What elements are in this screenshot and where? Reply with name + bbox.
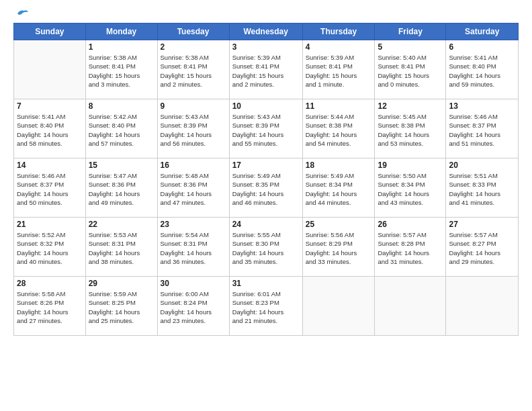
day-number: 29 (89, 279, 154, 288)
calendar-cell: 4Sunrise: 5:39 AM Sunset: 8:41 PM Daylig… (302, 40, 375, 99)
calendar-table: SundayMondayTuesdayWednesdayThursdayFrid… (13, 23, 519, 336)
calendar-cell: 22Sunrise: 5:53 AM Sunset: 8:31 PM Dayli… (85, 218, 157, 277)
day-info: Sunrise: 5:47 AM Sunset: 8:36 PM Dayligh… (89, 171, 154, 207)
header-row: SundayMondayTuesdayWednesdayThursdayFrid… (14, 24, 519, 40)
calendar-cell: 21Sunrise: 5:52 AM Sunset: 8:32 PM Dayli… (14, 218, 86, 277)
day-number: 21 (17, 220, 83, 229)
header-day-wednesday: Wednesday (229, 24, 302, 40)
calendar-cell: 3Sunrise: 5:39 AM Sunset: 8:41 PM Daylig… (229, 40, 302, 99)
day-number: 24 (232, 220, 300, 229)
day-info: Sunrise: 6:00 AM Sunset: 8:24 PM Dayligh… (161, 289, 226, 325)
week-row-4: 28Sunrise: 5:58 AM Sunset: 8:26 PM Dayli… (14, 277, 519, 336)
day-number: 13 (449, 101, 515, 111)
calendar-cell: 14Sunrise: 5:46 AM Sunset: 8:37 PM Dayli… (14, 158, 86, 218)
calendar-cell: 7Sunrise: 5:41 AM Sunset: 8:40 PM Daylig… (14, 99, 86, 158)
calendar-cell: 12Sunrise: 5:45 AM Sunset: 8:38 PM Dayli… (375, 99, 446, 158)
week-row-1: 7Sunrise: 5:41 AM Sunset: 8:40 PM Daylig… (14, 99, 519, 158)
day-info: Sunrise: 5:57 AM Sunset: 8:28 PM Dayligh… (378, 230, 443, 266)
day-number: 10 (232, 101, 300, 111)
day-number: 7 (17, 101, 83, 111)
calendar-cell: 24Sunrise: 5:55 AM Sunset: 8:30 PM Dayli… (229, 218, 302, 277)
day-info: Sunrise: 5:52 AM Sunset: 8:32 PM Dayligh… (17, 230, 83, 266)
calendar-cell: 25Sunrise: 5:56 AM Sunset: 8:29 PM Dayli… (302, 218, 375, 277)
day-info: Sunrise: 5:46 AM Sunset: 8:37 PM Dayligh… (449, 112, 515, 148)
day-number: 28 (17, 279, 83, 288)
header-day-thursday: Thursday (302, 24, 375, 40)
calendar-cell (375, 277, 446, 336)
day-info: Sunrise: 5:39 AM Sunset: 8:41 PM Dayligh… (306, 53, 372, 89)
day-number: 6 (449, 42, 515, 52)
calendar-cell (302, 277, 375, 336)
calendar-cell: 26Sunrise: 5:57 AM Sunset: 8:28 PM Dayli… (375, 218, 446, 277)
day-info: Sunrise: 6:01 AM Sunset: 8:23 PM Dayligh… (232, 289, 300, 325)
day-info: Sunrise: 5:45 AM Sunset: 8:38 PM Dayligh… (378, 112, 443, 148)
day-info: Sunrise: 5:38 AM Sunset: 8:41 PM Dayligh… (89, 53, 154, 89)
calendar-cell: 15Sunrise: 5:47 AM Sunset: 8:36 PM Dayli… (85, 158, 157, 218)
day-info: Sunrise: 5:40 AM Sunset: 8:41 PM Dayligh… (378, 53, 443, 89)
day-number: 16 (161, 161, 226, 170)
calendar-cell: 5Sunrise: 5:40 AM Sunset: 8:41 PM Daylig… (375, 40, 446, 99)
day-number: 19 (378, 161, 443, 170)
header (13, 11, 519, 17)
logo (13, 11, 30, 17)
day-number: 26 (378, 220, 443, 229)
calendar-cell: 31Sunrise: 6:01 AM Sunset: 8:23 PM Dayli… (229, 277, 302, 336)
calendar-cell: 27Sunrise: 5:57 AM Sunset: 8:27 PM Dayli… (446, 218, 519, 277)
calendar-cell: 11Sunrise: 5:44 AM Sunset: 8:38 PM Dayli… (302, 99, 375, 158)
day-info: Sunrise: 5:58 AM Sunset: 8:26 PM Dayligh… (17, 289, 83, 325)
day-number: 31 (232, 279, 300, 288)
day-info: Sunrise: 5:43 AM Sunset: 8:39 PM Dayligh… (161, 112, 226, 148)
day-number: 30 (161, 279, 226, 288)
calendar-cell: 6Sunrise: 5:41 AM Sunset: 8:40 PM Daylig… (446, 40, 519, 99)
calendar-cell (446, 277, 519, 336)
day-info: Sunrise: 5:56 AM Sunset: 8:29 PM Dayligh… (306, 230, 372, 266)
calendar-cell: 16Sunrise: 5:48 AM Sunset: 8:36 PM Dayli… (157, 158, 229, 218)
day-info: Sunrise: 5:48 AM Sunset: 8:36 PM Dayligh… (161, 171, 226, 207)
day-number: 17 (232, 161, 300, 170)
calendar-cell: 20Sunrise: 5:51 AM Sunset: 8:33 PM Dayli… (446, 158, 519, 218)
day-info: Sunrise: 5:43 AM Sunset: 8:39 PM Dayligh… (232, 112, 300, 148)
calendar-body: 1Sunrise: 5:38 AM Sunset: 8:41 PM Daylig… (14, 40, 519, 336)
day-number: 4 (306, 42, 372, 52)
day-number: 14 (17, 161, 83, 170)
calendar-cell: 1Sunrise: 5:38 AM Sunset: 8:41 PM Daylig… (85, 40, 157, 99)
day-info: Sunrise: 5:49 AM Sunset: 8:34 PM Dayligh… (306, 171, 372, 207)
page-container: SundayMondayTuesdayWednesdayThursdayFrid… (0, 0, 532, 342)
day-number: 1 (89, 42, 154, 52)
day-number: 27 (449, 220, 515, 229)
day-info: Sunrise: 5:38 AM Sunset: 8:41 PM Dayligh… (161, 53, 226, 89)
logo-bird-icon (15, 8, 30, 20)
header-day-monday: Monday (85, 24, 157, 40)
day-info: Sunrise: 5:46 AM Sunset: 8:37 PM Dayligh… (17, 171, 83, 207)
calendar-cell: 8Sunrise: 5:42 AM Sunset: 8:40 PM Daylig… (85, 99, 157, 158)
day-number: 12 (378, 101, 443, 111)
calendar-cell: 19Sunrise: 5:50 AM Sunset: 8:34 PM Dayli… (375, 158, 446, 218)
calendar-cell: 10Sunrise: 5:43 AM Sunset: 8:39 PM Dayli… (229, 99, 302, 158)
day-info: Sunrise: 5:51 AM Sunset: 8:33 PM Dayligh… (449, 171, 515, 207)
day-info: Sunrise: 5:55 AM Sunset: 8:30 PM Dayligh… (232, 230, 300, 266)
day-number: 25 (306, 220, 372, 229)
day-info: Sunrise: 5:57 AM Sunset: 8:27 PM Dayligh… (449, 230, 515, 266)
day-number: 22 (89, 220, 154, 229)
day-number: 3 (232, 42, 300, 52)
header-day-friday: Friday (375, 24, 446, 40)
week-row-2: 14Sunrise: 5:46 AM Sunset: 8:37 PM Dayli… (14, 158, 519, 218)
day-info: Sunrise: 5:44 AM Sunset: 8:38 PM Dayligh… (306, 112, 372, 148)
calendar-cell: 29Sunrise: 5:59 AM Sunset: 8:25 PM Dayli… (85, 277, 157, 336)
calendar-cell (14, 40, 86, 99)
week-row-0: 1Sunrise: 5:38 AM Sunset: 8:41 PM Daylig… (14, 40, 519, 99)
day-info: Sunrise: 5:42 AM Sunset: 8:40 PM Dayligh… (89, 112, 154, 148)
calendar-cell: 18Sunrise: 5:49 AM Sunset: 8:34 PM Dayli… (302, 158, 375, 218)
calendar-cell: 13Sunrise: 5:46 AM Sunset: 8:37 PM Dayli… (446, 99, 519, 158)
day-info: Sunrise: 5:59 AM Sunset: 8:25 PM Dayligh… (89, 289, 154, 325)
day-info: Sunrise: 5:50 AM Sunset: 8:34 PM Dayligh… (378, 171, 443, 207)
calendar-cell: 2Sunrise: 5:38 AM Sunset: 8:41 PM Daylig… (157, 40, 229, 99)
day-number: 15 (89, 161, 154, 170)
calendar-cell: 23Sunrise: 5:54 AM Sunset: 8:31 PM Dayli… (157, 218, 229, 277)
calendar-header: SundayMondayTuesdayWednesdayThursdayFrid… (14, 24, 519, 40)
day-info: Sunrise: 5:53 AM Sunset: 8:31 PM Dayligh… (89, 230, 154, 266)
day-number: 9 (161, 101, 226, 111)
day-info: Sunrise: 5:49 AM Sunset: 8:35 PM Dayligh… (232, 171, 300, 207)
day-number: 8 (89, 101, 154, 111)
header-day-saturday: Saturday (446, 24, 519, 40)
